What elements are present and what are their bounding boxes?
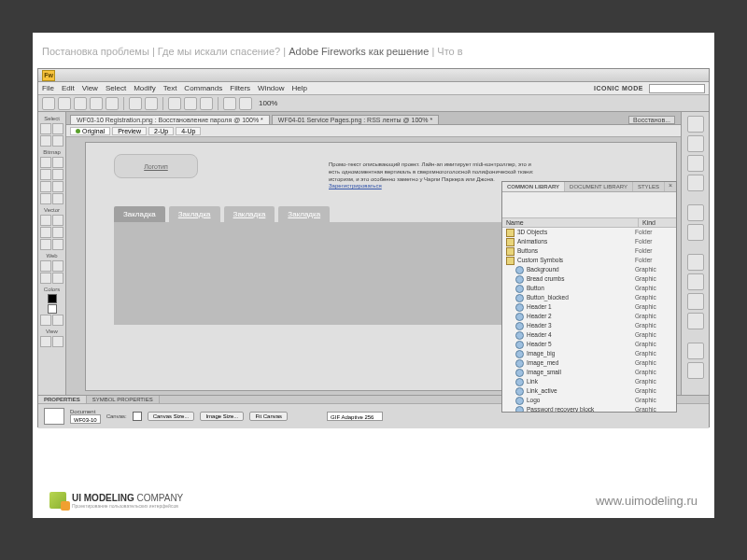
menu-help[interactable]: Help <box>292 84 307 92</box>
library-item[interactable]: BackgroundGraphic <box>502 265 676 274</box>
library-item[interactable]: Link_activeGraphic <box>502 386 676 396</box>
subselect-tool[interactable] <box>52 123 63 134</box>
tab-document-library[interactable]: DOCUMENT LIBRARY <box>565 182 633 191</box>
canvas-size-button[interactable]: Canvas Size... <box>148 412 195 421</box>
freeform-tool[interactable] <box>40 239 51 250</box>
library-panel[interactable]: COMMON LIBRARY DOCUMENT LIBRARY STYLES ×… <box>501 181 677 413</box>
library-item[interactable]: ButtonsFolder <box>502 246 676 256</box>
wireframe-tab[interactable]: Закладка <box>224 206 275 222</box>
standard-view[interactable] <box>40 336 51 347</box>
zoom-level[interactable]: 100% <box>259 99 277 107</box>
image-size-button[interactable]: Image Size... <box>200 412 244 421</box>
scale-tool[interactable] <box>40 135 51 147</box>
menu-text[interactable]: Text <box>163 84 177 92</box>
pen-tool[interactable] <box>52 215 63 226</box>
wireframe-tab[interactable]: Закладка <box>278 206 330 222</box>
slice-tool[interactable] <box>52 260 63 272</box>
zoom-tool-icon[interactable] <box>239 97 252 110</box>
states-panel-icon[interactable] <box>687 175 704 191</box>
menu-filters[interactable]: Filters <box>230 84 250 92</box>
tool-btn[interactable] <box>200 97 213 110</box>
tab-properties[interactable]: PROPERTIES <box>38 396 87 403</box>
help-search-input[interactable] <box>649 84 705 93</box>
pencil-tool[interactable] <box>40 181 51 192</box>
library-item[interactable]: Button_blockedGraphic <box>502 293 676 302</box>
tool-btn[interactable] <box>184 97 197 110</box>
layers-panel-icon[interactable] <box>687 155 704 172</box>
optimize-panel-icon[interactable] <box>687 116 704 133</box>
blur-tool[interactable] <box>40 193 51 204</box>
col-kind[interactable]: Kind <box>639 218 676 227</box>
color-panel-icon[interactable] <box>687 254 704 271</box>
view-preview[interactable]: Preview <box>112 127 147 135</box>
swap-colors[interactable] <box>52 315 63 326</box>
titlebar[interactable]: Fw <box>38 69 709 82</box>
library-item[interactable]: LogoGraphic <box>502 396 676 405</box>
menu-file[interactable]: File <box>42 84 54 92</box>
library-item[interactable]: Header 5Graphic <box>502 340 676 349</box>
library-item[interactable]: Image_medGraphic <box>502 358 676 368</box>
library-item[interactable]: Header 3Graphic <box>502 321 676 330</box>
tab-symbol-properties[interactable]: SYMBOL PROPERTIES <box>87 396 160 403</box>
hotspot-tool[interactable] <box>40 260 51 272</box>
tool-btn[interactable] <box>74 97 87 110</box>
shapes-panel-icon[interactable] <box>687 313 704 329</box>
menu-commands[interactable]: Commands <box>184 84 222 92</box>
hand-tool-icon[interactable] <box>223 97 236 110</box>
history-panel-icon[interactable] <box>687 204 704 221</box>
wireframe-tab[interactable]: Закладка <box>169 206 220 222</box>
wireframe-tab-active[interactable]: Закладка <box>114 206 165 222</box>
logo-placeholder[interactable]: Логотип <box>114 154 198 178</box>
marquee-tool[interactable] <box>40 157 51 168</box>
tab-common-library[interactable]: COMMON LIBRARY <box>502 182 565 191</box>
tab-styles[interactable]: STYLES <box>633 182 665 191</box>
rect-tool[interactable] <box>40 227 51 238</box>
show-slices[interactable] <box>52 273 63 284</box>
path-panel-icon[interactable] <box>687 293 704 310</box>
library-item[interactable]: Header 2Graphic <box>502 312 676 321</box>
workspace-mode[interactable]: ICONIC MODE <box>594 85 643 91</box>
library-item[interactable]: Image_bigGraphic <box>502 349 676 358</box>
special-chars-icon[interactable] <box>687 343 704 359</box>
col-name[interactable]: Name <box>502 218 639 227</box>
library-item[interactable]: LinkGraphic <box>502 377 676 386</box>
fullscreen-view[interactable] <box>52 336 63 347</box>
pages-panel-icon[interactable] <box>687 135 704 152</box>
tool-btn[interactable] <box>168 97 181 110</box>
menu-edit[interactable]: Edit <box>62 84 75 92</box>
align-panel-icon[interactable] <box>687 224 704 241</box>
stamp-tool[interactable] <box>52 193 63 204</box>
menu-window[interactable]: Window <box>258 84 284 92</box>
tool-btn[interactable] <box>106 97 119 110</box>
canvas-color[interactable] <box>133 412 142 421</box>
view-original[interactable]: Original <box>70 127 110 135</box>
view-4up[interactable]: 4-Up <box>176 127 201 135</box>
stroke-color[interactable] <box>48 294 57 303</box>
menu-select[interactable]: Select <box>106 84 126 92</box>
hide-slices[interactable] <box>40 273 51 284</box>
panel-collapse-icon[interactable]: × <box>665 182 676 191</box>
eraser-tool[interactable] <box>52 181 63 192</box>
wand-tool[interactable] <box>40 169 51 180</box>
doc-tab-1[interactable]: WF03-10 Registration.png : Восстановлени… <box>70 115 270 124</box>
pointer-tool[interactable] <box>40 123 51 134</box>
menu-view[interactable]: View <box>82 84 98 92</box>
view-2up[interactable]: 2-Up <box>148 127 174 135</box>
library-item[interactable]: ButtonGraphic <box>502 284 676 293</box>
library-item[interactable]: Custom SymbolsFolder <box>502 256 676 265</box>
library-item[interactable]: Password recovery blockGraphic <box>502 405 676 412</box>
export-preset-select[interactable]: GIF Adaptive 256 <box>327 412 383 421</box>
default-colors[interactable] <box>40 315 51 326</box>
register-link[interactable]: Зарегистрироваться <box>329 183 382 189</box>
doc-name-field[interactable]: WF03-10 <box>70 414 101 424</box>
tool-btn[interactable] <box>129 97 142 110</box>
doc-tab-2[interactable]: WF04-01 Service Pages.png : RSS ленты @ … <box>272 115 439 124</box>
knife-tool[interactable] <box>52 239 63 250</box>
library-item[interactable]: Image_smallGraphic <box>502 368 676 377</box>
fit-canvas-button[interactable]: Fit Canvas <box>249 412 288 421</box>
swatches-panel-icon[interactable] <box>687 273 704 290</box>
line-tool[interactable] <box>40 215 51 226</box>
menu-modify[interactable]: Modify <box>134 84 156 92</box>
tool-btn[interactable] <box>145 97 158 110</box>
tool-btn[interactable] <box>90 97 103 110</box>
